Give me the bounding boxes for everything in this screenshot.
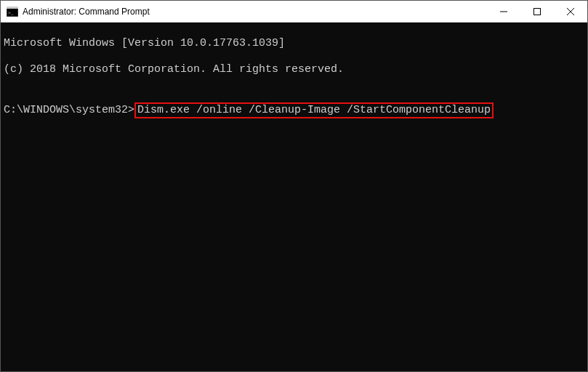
prompt-text: C:\WINDOWS\system32>: [4, 104, 134, 116]
maximize-button[interactable]: [520, 1, 554, 22]
cmd-icon: >_: [7, 6, 18, 17]
minimize-button[interactable]: [487, 1, 520, 22]
svg-text:>_: >_: [8, 10, 14, 16]
terminal-area[interactable]: Microsoft Windows [Version 10.0.17763.10…: [1, 23, 587, 371]
window-title: Administrator: Command Prompt: [23, 7, 487, 17]
version-line: Microsoft Windows [Version 10.0.17763.10…: [4, 37, 584, 50]
window-controls: [487, 1, 587, 22]
close-button[interactable]: [554, 1, 587, 22]
copyright-line: (c) 2018 Microsoft Corporation. All righ…: [4, 63, 584, 76]
command-highlight: Dism.exe /online /Cleanup-Image /StartCo…: [134, 102, 494, 118]
prompt-line: C:\WINDOWS\system32>Dism.exe /online /Cl…: [4, 102, 584, 118]
command-prompt-window: >_ Administrator: Command Prompt: [0, 0, 588, 372]
titlebar[interactable]: >_ Administrator: Command Prompt: [1, 1, 587, 23]
svg-rect-1: [7, 7, 18, 9]
svg-rect-4: [534, 8, 541, 15]
command-text: Dism.exe /online /Cleanup-Image /StartCo…: [137, 104, 491, 116]
